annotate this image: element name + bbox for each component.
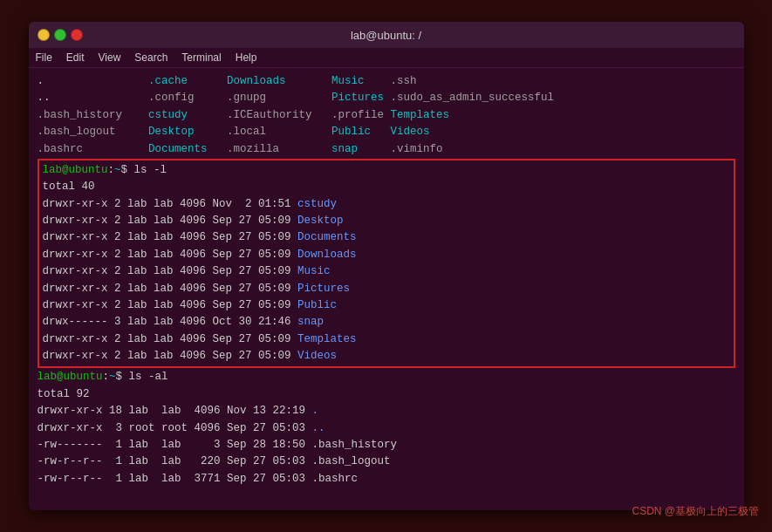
ls-al-bash-history: -rw------- 1 lab lab 3 Sep 28 18:50 .bas… — [38, 437, 735, 454]
ls-al-total: total 92 — [38, 386, 735, 403]
ls-l-prompt: lab@ubuntu:~$ ls -l — [43, 162, 730, 179]
initial-ls-output: . .cache Downloads Music .ssh .. .config… — [38, 73, 735, 158]
ls-l-downloads: drwxr-xr-x 2 lab lab 4096 Sep 27 05:09 D… — [43, 247, 730, 263]
terminal-window: lab@ubuntu: / File Edit View Search Term… — [29, 22, 744, 510]
ls-l-videos: drwxr-xr-x 2 lab lab 4096 Sep 27 05:09 V… — [43, 348, 730, 365]
ls-l-section: lab@ubuntu:~$ ls -l total 40 drwxr-xr-x … — [38, 159, 735, 369]
menu-help[interactable]: Help — [236, 51, 257, 64]
terminal-body[interactable]: . .cache Downloads Music .ssh .. .config… — [29, 68, 744, 510]
ls-al-prompt: lab@ubuntu:~$ ls -al — [38, 369, 735, 385]
menu-bar: File Edit View Search Terminal Help — [29, 48, 744, 68]
ls-l-templates: drwxr-xr-x 2 lab lab 4096 Sep 27 05:09 T… — [43, 331, 730, 348]
ls-al-bashrc: -rw-r--r-- 1 lab lab 3771 Sep 27 05:03 .… — [38, 471, 735, 488]
close-button[interactable] — [71, 29, 83, 41]
menu-terminal[interactable]: Terminal — [181, 51, 221, 64]
ls-al-dotdot: drwxr-xr-x 3 root root 4096 Sep 27 05:03… — [38, 420, 735, 437]
ls-al-bash-logout: -rw-r--r-- 1 lab lab 220 Sep 27 05:03 .b… — [38, 454, 735, 470]
ls-l-documents: drwxr-xr-x 2 lab lab 4096 Sep 27 05:09 D… — [43, 229, 730, 246]
menu-file[interactable]: File — [36, 51, 52, 64]
ls-l-desktop: drwxr-xr-x 2 lab lab 4096 Sep 27 05:09 D… — [43, 213, 730, 229]
ls-l-pictures: drwxr-xr-x 2 lab lab 4096 Sep 27 05:09 P… — [43, 281, 730, 297]
window-controls[interactable] — [38, 29, 83, 41]
title-bar: lab@ubuntu: / — [29, 22, 744, 48]
ls-l-cstudy: drwxr-xr-x 2 lab lab 4096 Nov 2 01:51 cs… — [43, 196, 730, 213]
minimize-button[interactable] — [38, 29, 50, 41]
window-title: lab@ubuntu: / — [351, 29, 421, 42]
ls-l-music: drwxr-xr-x 2 lab lab 4096 Sep 27 05:09 M… — [43, 263, 730, 280]
ls-l-snap: drwx------ 3 lab lab 4096 Oct 30 21:46 s… — [43, 314, 730, 331]
menu-edit[interactable]: Edit — [66, 51, 85, 64]
watermark: CSDN @基极向上的三极管 — [632, 504, 759, 519]
ls-al-dot: drwxr-xr-x 18 lab lab 4096 Nov 13 22:19 … — [38, 403, 735, 419]
ls-l-public: drwxr-xr-x 2 lab lab 4096 Sep 27 05:09 P… — [43, 297, 730, 314]
menu-view[interactable]: View — [99, 51, 121, 64]
maximize-button[interactable] — [54, 29, 66, 41]
ls-l-total: total 40 — [43, 179, 730, 195]
menu-search[interactable]: Search — [134, 51, 167, 64]
